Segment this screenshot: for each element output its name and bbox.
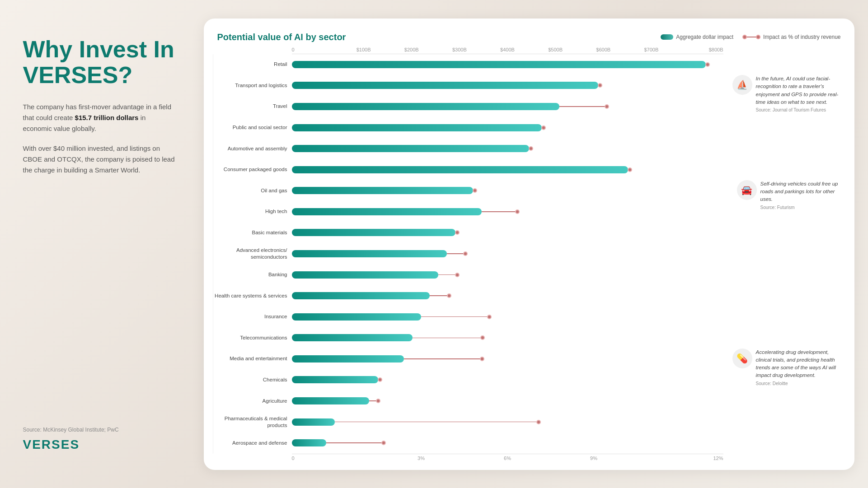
dot-line-wrapper [369, 399, 723, 403]
bar-row-0: Retail [213, 54, 723, 75]
row-bars [292, 75, 723, 96]
legend-dot-icon2 [756, 35, 760, 39]
row-bars [292, 180, 723, 201]
dot-line-wrapper [455, 230, 723, 235]
bar [292, 250, 447, 257]
bar [292, 187, 473, 194]
bar-row-11: Health care systems & services [213, 285, 723, 307]
legend: Aggregate dollar impact Impact as % of i… [661, 34, 840, 40]
dot-line-wrapper [482, 209, 723, 214]
dot-line [430, 295, 447, 296]
dot-end [541, 125, 546, 130]
bar-row-18: Aerospace and defense [213, 432, 723, 454]
annotation-source-pharma: Source: Deloitte [756, 381, 841, 386]
dot-end [487, 315, 492, 319]
bar [292, 82, 598, 89]
bar-row-14: Media and entertainment [213, 349, 723, 370]
bar [292, 376, 378, 383]
dot-line-wrapper [529, 146, 723, 151]
dot-line-wrapper [598, 83, 723, 88]
annotation-icon-pharma: 💊 [732, 349, 752, 368]
row-bars [292, 138, 723, 159]
bottom-axis-label: 0 [292, 455, 378, 461]
top-axis-label: $800B [675, 47, 723, 52]
row-label: Travel [213, 103, 292, 110]
row-label: Media and entertainment [213, 355, 292, 362]
bar-row-10: Banking [213, 264, 723, 285]
bar-row-2: Travel [213, 96, 723, 117]
dot-line [404, 358, 481, 359]
bar-row-6: Oil and gas [213, 180, 723, 201]
top-axis-label: 0 [292, 47, 340, 52]
bar [292, 418, 335, 426]
row-bars [292, 306, 723, 327]
dot-line-wrapper [421, 315, 723, 319]
row-bars [292, 390, 723, 412]
dot-line-wrapper [559, 104, 723, 109]
dot-line-wrapper [378, 377, 723, 382]
bar [292, 166, 629, 173]
dot-line-wrapper [447, 251, 723, 256]
annotation-text-travel: In the future, AI could use facial-recog… [756, 75, 841, 106]
dot-line-wrapper [326, 441, 723, 445]
dot-line [447, 253, 464, 254]
top-axis-label: $100B [340, 47, 388, 52]
annotation-pharma: 💊 Accelerating drug development, clinica… [732, 349, 841, 386]
legend-dot-label: Impact as % of industry revenue [763, 34, 840, 40]
description-1: The company has first-mover advantage in… [23, 102, 177, 134]
row-label: Health care systems & services [213, 293, 292, 299]
dot-line-wrapper [706, 62, 723, 67]
dot-end [536, 420, 541, 424]
dot-end [480, 357, 484, 361]
left-panel: Why Invest In VERSES? The company has fi… [14, 19, 186, 470]
bar [292, 124, 542, 131]
dot-line [413, 338, 481, 339]
top-axis-label: $300B [436, 47, 483, 52]
bar-row-12: Insurance [213, 306, 723, 327]
source-text: Source: McKinsey Global Institute; PwC [23, 427, 177, 433]
dot-end [455, 273, 460, 277]
dot-end [628, 167, 632, 172]
row-label: Pharmaceuticals & medical products [213, 415, 292, 429]
chart-title: Potential value of AI by sector [217, 32, 346, 42]
bar [292, 355, 404, 363]
bar-row-5: Consumer packaged goods [213, 159, 723, 180]
legend-bar-label: Aggregate dollar impact [676, 34, 733, 40]
bottom-axis: 03%6%9%12% [292, 454, 723, 461]
bar-row-1: Transport and logistics [213, 75, 723, 96]
row-bars [292, 432, 723, 454]
row-bars [292, 159, 723, 180]
annotation-source-auto: Source: Futurism [760, 205, 841, 210]
bar [292, 313, 422, 321]
row-bars [292, 201, 723, 223]
row-label: Agriculture [213, 398, 292, 404]
dot-line-wrapper [335, 420, 723, 424]
dot-line-wrapper [404, 357, 723, 361]
bottom-axis-label: 12% [637, 455, 723, 461]
dot-end [529, 146, 533, 151]
row-label: Aerospace and defense [213, 440, 292, 446]
dot-end [515, 209, 520, 214]
dot-line [369, 400, 376, 401]
dot-line [559, 106, 605, 107]
dot-end [463, 251, 468, 256]
top-axis-label: $400B [483, 47, 531, 52]
bar-row-9: Advanced electronics/ semiconductors [213, 243, 723, 265]
row-label: Chemicals [213, 376, 292, 383]
row-bars [292, 349, 723, 370]
dot-line [421, 316, 488, 317]
dot-line-wrapper [438, 273, 723, 277]
bar [292, 439, 326, 446]
bar [292, 145, 529, 152]
dot-end [473, 188, 477, 193]
top-axis-label: $600B [579, 47, 627, 52]
row-bars [292, 264, 723, 285]
page-container: Why Invest In VERSES? The company has fi… [14, 19, 854, 470]
dot-line [335, 422, 537, 423]
row-label: Advanced electronics/ semiconductors [213, 247, 292, 260]
row-label: Automotive and assembly [213, 145, 292, 152]
dot-end [378, 377, 382, 382]
row-label: Transport and logistics [213, 82, 292, 89]
bar-row-4: Automotive and assembly [213, 138, 723, 159]
bottom-axis-label: 6% [464, 455, 551, 461]
